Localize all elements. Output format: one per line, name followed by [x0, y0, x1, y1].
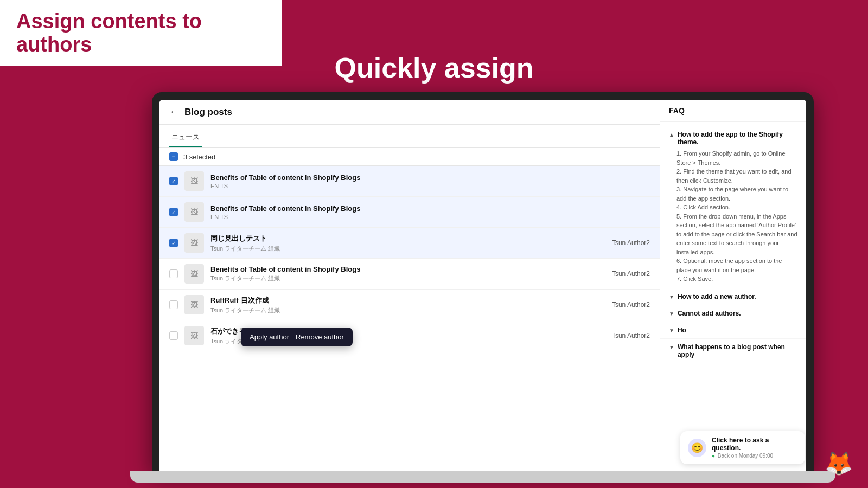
faq-panel: FAQ ▲ How to add the app to the Shopify …	[660, 100, 806, 472]
faq-question-1[interactable]: ▲ How to add the app to the Shopify them…	[669, 131, 797, 146]
faq-item-1: ▲ How to add the app to the Shopify them…	[660, 126, 806, 288]
chat-back-time: Back on Monday 09:00	[718, 453, 773, 459]
faq-item-4: ▼ Ho	[660, 322, 806, 339]
post-meta-2: EN TS	[210, 214, 643, 220]
posts-list: 🖼 Benefits of Table of content in Shopif…	[159, 166, 660, 472]
chat-title: Click here to ask a question.	[712, 436, 797, 452]
faq-answer-1: 1. From your Shopify admin, go to Online…	[669, 149, 797, 284]
post-thumbnail-5: 🖼	[184, 295, 204, 314]
post-thumbnail-3: 🖼	[184, 233, 204, 253]
action-tooltip: Apply author Remove author	[241, 328, 353, 346]
post-info-1: Benefits of Table of content in Shopify …	[210, 174, 643, 189]
faq-question-3[interactable]: ▼ Cannot add authors.	[669, 310, 797, 317]
post-title-3: 同じ見出しテスト	[210, 234, 605, 243]
faq-item-2: ▼ How to add a new author.	[660, 288, 806, 305]
online-dot: ●	[712, 453, 715, 459]
faq-question-text-2: How to add a new author.	[678, 293, 756, 300]
post-meta-1: EN TS	[210, 183, 643, 189]
post-thumbnail-1: 🖼	[184, 171, 204, 191]
faq-question-text-1: How to add the app to the Shopify theme.	[678, 131, 797, 146]
post-title-5: RuffRuff 目次作成	[210, 296, 605, 305]
back-button[interactable]: ←	[169, 106, 179, 118]
chat-subtitle: ● Back on Monday 09:00	[712, 453, 797, 459]
table-row: 🖼 RuffRuff 目次作成 Tsun ライターチーム 組織 Tsun Aut…	[159, 290, 660, 320]
faq-arrow-1: ▲	[669, 132, 674, 138]
table-row: 🖼 Benefits of Table of content in Shopif…	[159, 259, 660, 290]
apply-author-button[interactable]: Apply author	[250, 333, 289, 341]
faq-item-5: ▼ What happens to a blog post when apply	[660, 339, 806, 363]
post-author-6: Tsun Author2	[612, 332, 650, 339]
post-checkbox-4[interactable]	[169, 269, 178, 278]
page-title: Assign contents to authors	[16, 10, 266, 56]
selection-bar: − 3 selected	[159, 148, 660, 166]
post-checkbox-3[interactable]	[169, 239, 178, 247]
post-title-4: Benefits of Table of content in Shopify …	[210, 265, 605, 273]
post-author-4: Tsun Author2	[612, 270, 650, 278]
post-checkbox-6[interactable]	[169, 331, 178, 340]
blog-header: ← Blog posts	[159, 100, 660, 125]
post-info-5: RuffRuff 目次作成 Tsun ライターチーム 組織	[210, 296, 605, 314]
table-row: 🖼 同じ見出しテスト Tsun ライターチーム 組織 Tsun Author2	[159, 228, 660, 259]
faq-item-3: ▼ Cannot add authors.	[660, 305, 806, 322]
table-row: 🖼 Benefits of Table of content in Shopif…	[159, 197, 660, 228]
screen-content: ← Blog posts ニュース − 3 selected	[159, 100, 806, 472]
faq-question-2[interactable]: ▼ How to add a new author.	[669, 293, 797, 300]
laptop-screen: ← Blog posts ニュース − 3 selected	[159, 100, 806, 472]
post-info-3: 同じ見出しテスト Tsun ライターチーム 組織	[210, 234, 605, 253]
fox-logo: 🦊	[825, 450, 852, 477]
faq-question-text-5: What happens to a blog post when apply	[678, 343, 797, 358]
post-title-1: Benefits of Table of content in Shopify …	[210, 174, 643, 182]
post-meta-3: Tsun ライターチーム 組織	[210, 245, 605, 253]
faq-arrow-3: ▼	[669, 311, 674, 317]
faq-arrow-4: ▼	[669, 328, 674, 333]
post-title-2: Benefits of Table of content in Shopify …	[210, 204, 643, 213]
page-subtitle: Quickly assign	[0, 52, 868, 84]
faq-arrow-2: ▼	[669, 294, 674, 300]
tab-news[interactable]: ニュース	[169, 129, 202, 147]
select-all-checkbox[interactable]: −	[169, 152, 178, 161]
faq-question-text-3: Cannot add authors.	[678, 310, 741, 317]
chat-widget[interactable]: 😊 Click here to ask a question. ● Back o…	[680, 431, 805, 464]
remove-author-button[interactable]: Remove author	[296, 333, 344, 341]
post-thumbnail-4: 🖼	[184, 264, 204, 284]
faq-arrow-5: ▼	[669, 344, 674, 350]
faq-question-5[interactable]: ▼ What happens to a blog post when apply	[669, 343, 797, 358]
post-checkbox-1[interactable]	[169, 177, 178, 185]
faq-question-4[interactable]: ▼ Ho	[669, 326, 797, 334]
faq-list: ▲ How to add the app to the Shopify them…	[660, 122, 806, 472]
table-row: 🖼 石ができる Tsun ライターチーム 組織 Tsun Author2 App…	[159, 320, 660, 351]
post-info-4: Benefits of Table of content in Shopify …	[210, 265, 605, 282]
left-panel: ← Blog posts ニュース − 3 selected	[159, 100, 660, 472]
chat-text: Click here to ask a question. ● Back on …	[712, 436, 797, 459]
faq-header: FAQ	[660, 100, 806, 122]
tabs-row: ニュース	[159, 125, 660, 148]
post-info-2: Benefits of Table of content in Shopify …	[210, 204, 643, 220]
table-row: 🖼 Benefits of Table of content in Shopif…	[159, 166, 660, 197]
post-author-3: Tsun Author2	[612, 239, 650, 247]
blog-posts-title: Blog posts	[184, 107, 232, 118]
post-author-5: Tsun Author2	[612, 301, 650, 309]
post-meta-5: Tsun ライターチーム 組織	[210, 306, 605, 314]
post-checkbox-5[interactable]	[169, 300, 178, 309]
post-thumbnail-6: 🖼	[184, 326, 204, 345]
selected-count: 3 selected	[183, 153, 215, 161]
faq-question-text-4: Ho	[678, 326, 686, 334]
post-thumbnail-2: 🖼	[184, 202, 204, 222]
chat-avatar: 😊	[688, 439, 706, 457]
post-checkbox-2[interactable]	[169, 208, 178, 216]
post-meta-4: Tsun ライターチーム 組織	[210, 274, 605, 282]
laptop-base	[130, 471, 835, 483]
laptop-frame: ← Blog posts ニュース − 3 selected	[152, 92, 814, 472]
